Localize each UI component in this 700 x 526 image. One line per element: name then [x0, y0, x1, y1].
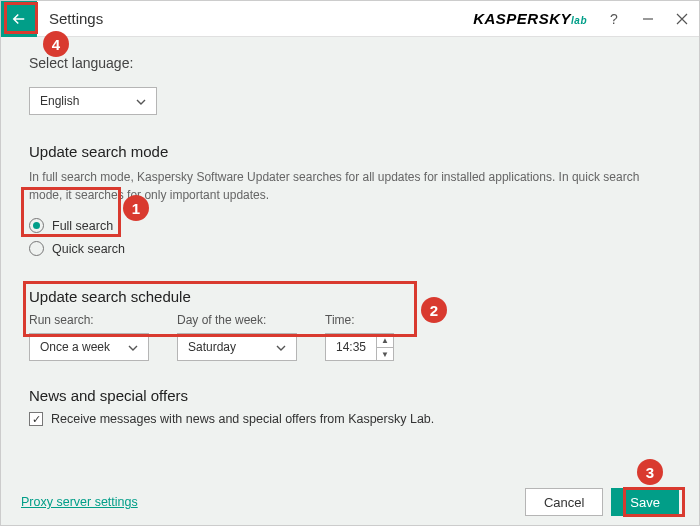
- close-icon: [676, 13, 688, 25]
- news-heading: News and special offers: [29, 387, 671, 404]
- checkbox-label: Receive messages with news and special o…: [51, 412, 434, 426]
- arrow-left-icon: [10, 10, 28, 28]
- radio-label: Quick search: [52, 242, 125, 256]
- page-title: Settings: [49, 10, 103, 27]
- back-button[interactable]: [1, 1, 37, 37]
- time-value: 14:35: [326, 340, 376, 354]
- language-label: Select language:: [29, 55, 671, 71]
- radio-icon: [29, 218, 44, 233]
- schedule-heading: Update search schedule: [29, 288, 671, 305]
- save-button[interactable]: Save: [611, 488, 679, 516]
- minimize-icon: [642, 13, 654, 25]
- checkbox-icon: ✓: [29, 412, 43, 426]
- minimize-button[interactable]: [631, 1, 665, 37]
- time-down-button[interactable]: ▼: [377, 348, 393, 361]
- titlebar: Settings KASPERSKYlab ?: [1, 1, 699, 37]
- brand-logo: KASPERSKYlab: [473, 1, 597, 37]
- language-dropdown[interactable]: English: [29, 87, 157, 115]
- run-search-value: Once a week: [40, 340, 110, 354]
- search-mode-radio-group: Full search Quick search: [29, 214, 671, 260]
- chevron-down-icon: [128, 340, 138, 354]
- chevron-down-icon: [276, 340, 286, 354]
- news-checkbox[interactable]: ✓ Receive messages with news and special…: [29, 412, 671, 426]
- search-mode-description: In full search mode, Kaspersky Software …: [29, 168, 669, 204]
- proxy-settings-link[interactable]: Proxy server settings: [21, 495, 138, 509]
- day-value: Saturday: [188, 340, 236, 354]
- help-button[interactable]: ?: [597, 1, 631, 37]
- cancel-button[interactable]: Cancel: [525, 488, 603, 516]
- run-search-label: Run search:: [29, 313, 149, 327]
- chevron-down-icon: [136, 94, 146, 108]
- time-input[interactable]: 14:35 ▲ ▼: [325, 333, 394, 361]
- schedule-row: Run search: Once a week Day of the week:…: [29, 313, 671, 361]
- search-mode-heading: Update search mode: [29, 143, 671, 160]
- window-controls: ?: [597, 1, 699, 37]
- radio-icon: [29, 241, 44, 256]
- day-label: Day of the week:: [177, 313, 297, 327]
- language-value: English: [40, 94, 79, 108]
- time-label: Time:: [325, 313, 394, 327]
- run-search-dropdown[interactable]: Once a week: [29, 333, 149, 361]
- quick-search-radio[interactable]: Quick search: [29, 241, 671, 256]
- footer: Proxy server settings Cancel Save: [1, 479, 699, 525]
- content-area: Select language: English Update search m…: [1, 37, 699, 525]
- close-button[interactable]: [665, 1, 699, 37]
- day-dropdown[interactable]: Saturday: [177, 333, 297, 361]
- time-up-button[interactable]: ▲: [377, 334, 393, 348]
- full-search-radio[interactable]: Full search: [29, 218, 671, 233]
- settings-window: Settings KASPERSKYlab ? Select language:…: [0, 0, 700, 526]
- radio-label: Full search: [52, 219, 113, 233]
